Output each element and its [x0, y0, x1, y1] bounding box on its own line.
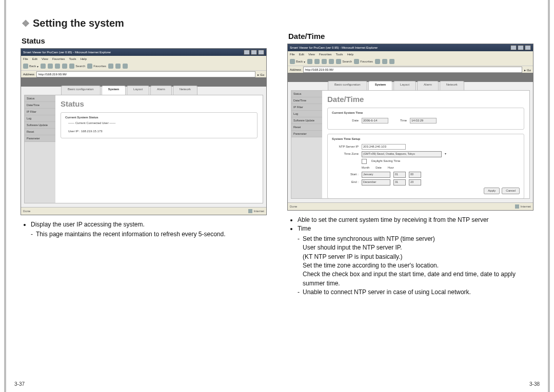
- maximize-icon[interactable]: [518, 45, 524, 50]
- apply-button[interactable]: Apply: [484, 188, 500, 195]
- tab-alarm[interactable]: Alarm: [417, 81, 439, 90]
- sidebar-item-ipfilter[interactable]: IP Filter: [291, 104, 322, 111]
- main-area: Date/Time Current System Time Date 2006-…: [322, 91, 529, 198]
- maximize-icon[interactable]: [251, 50, 257, 55]
- dash-item: Unable to connect NTP server in case of …: [298, 288, 533, 297]
- address-input[interactable]: http://168.219.93.99/: [36, 71, 255, 77]
- forward-icon[interactable]: [307, 59, 312, 64]
- history-icon[interactable]: [108, 64, 113, 69]
- search-button[interactable]: Search: [336, 59, 352, 64]
- subsection-heading-datetime: Date/Time: [288, 32, 533, 40]
- menu-edit[interactable]: Edit: [299, 53, 304, 56]
- favorites-button[interactable]: Favorites: [354, 59, 373, 64]
- back-button[interactable]: Back ▾: [290, 59, 305, 64]
- star-icon: [87, 64, 92, 69]
- window-titlebar: Smart Viewer for ProCam (ver 0.95) - Mic…: [288, 44, 533, 51]
- sidebar-item-datetime[interactable]: Date/Time: [25, 102, 55, 109]
- menu-help[interactable]: Help: [81, 57, 87, 60]
- history-icon[interactable]: [375, 59, 380, 64]
- menu-view[interactable]: View: [308, 53, 315, 56]
- sidebar-item-reset[interactable]: Reset: [291, 124, 322, 131]
- sidebar-item-log[interactable]: Log: [25, 115, 55, 122]
- sidebar-item-status[interactable]: Status: [25, 95, 55, 102]
- close-icon[interactable]: [525, 45, 531, 50]
- ntp-server-input[interactable]: 203.248.240.103: [362, 144, 406, 150]
- description-list-right: Able to set the current system time by r…: [288, 216, 533, 297]
- tab-layout[interactable]: Layout: [393, 81, 416, 90]
- browser-statusbar: Done Internet: [21, 207, 266, 215]
- browser-toolbar: Back ▾ Search Favorites: [288, 57, 533, 66]
- menu-bar: File Edit View Favorites Tools Help: [21, 56, 266, 62]
- dst-checkbox[interactable]: [362, 159, 367, 164]
- sidebar-item-parameter[interactable]: Parameter: [291, 131, 322, 137]
- tab-layout[interactable]: Layout: [127, 86, 149, 95]
- menu-file[interactable]: File: [23, 57, 28, 60]
- back-icon: [290, 59, 295, 64]
- mail-icon[interactable]: [115, 64, 121, 69]
- menu-favorites[interactable]: Favorites: [52, 57, 65, 60]
- menu-edit[interactable]: Edit: [32, 57, 37, 60]
- dst-column-headers: Month Date Hour: [362, 166, 394, 170]
- bullet-item: Time Set the time synchronous with NTP (…: [298, 224, 533, 297]
- stop-icon[interactable]: [314, 59, 320, 64]
- dst-start-month[interactable]: January: [362, 172, 390, 178]
- go-button[interactable]: ▸ Go: [258, 73, 264, 76]
- sidebar-item-softwareupdate[interactable]: Software Update: [291, 117, 322, 124]
- tab-network[interactable]: Network: [173, 86, 197, 95]
- menu-tools[interactable]: Tools: [69, 57, 76, 60]
- timezone-select[interactable]: (GMT+09) Seoul, Osaka, Sapporo, Tokyo: [362, 151, 442, 157]
- sidebar-item-reset[interactable]: Reset: [25, 129, 55, 135]
- address-input[interactable]: http://168.219.93.99/: [303, 67, 522, 73]
- page-edge-left: [4, 0, 6, 392]
- tab-basic-configuration[interactable]: Basic configuration: [328, 81, 367, 90]
- back-button[interactable]: Back ▾: [23, 64, 38, 69]
- forward-icon[interactable]: [41, 64, 46, 69]
- page-canvas: Basic configuration System Layout Alarm …: [21, 77, 266, 208]
- print-icon[interactable]: [389, 59, 394, 64]
- sidebar-item-ipfilter[interactable]: IP Filter: [25, 109, 55, 115]
- minimize-icon[interactable]: [510, 45, 517, 50]
- search-icon: [336, 59, 341, 64]
- tab-system[interactable]: System: [368, 81, 392, 90]
- refresh-icon[interactable]: [55, 64, 60, 69]
- dst-end-month[interactable]: December: [362, 179, 390, 185]
- tab-basic-configuration[interactable]: Basic configuration: [61, 86, 101, 95]
- tab-system[interactable]: System: [102, 86, 126, 95]
- sidebar-item-softwareupdate[interactable]: Software Update: [25, 122, 55, 129]
- cancel-button[interactable]: Cancel: [502, 188, 520, 195]
- go-button[interactable]: ▸ Go: [524, 68, 531, 72]
- close-icon[interactable]: [258, 50, 264, 55]
- sidebar: Status Date/Time IP Filter Log Software …: [291, 91, 322, 198]
- print-icon[interactable]: [123, 64, 128, 69]
- menu-help[interactable]: Help: [347, 53, 353, 56]
- search-icon: [69, 64, 74, 69]
- tab-alarm[interactable]: Alarm: [150, 86, 172, 95]
- menu-view[interactable]: View: [42, 57, 48, 60]
- dash-item: Set the time synchronous with NTP (time …: [298, 235, 533, 288]
- sidebar-item-log[interactable]: Log: [291, 111, 322, 117]
- sidebar-item-status[interactable]: Status: [291, 91, 322, 97]
- chevron-down-icon[interactable]: ▾: [445, 152, 446, 157]
- dst-start-hour[interactable]: 00: [409, 172, 421, 178]
- time-field: 14:02:29: [410, 118, 437, 123]
- dst-end-label: End :: [335, 180, 359, 185]
- minimize-icon[interactable]: [244, 50, 250, 55]
- menu-tools[interactable]: Tools: [336, 53, 343, 56]
- favorites-button[interactable]: Favorites: [87, 64, 106, 69]
- dst-end-date[interactable]: 31: [393, 179, 406, 185]
- sidebar-item-datetime[interactable]: Date/Time: [291, 97, 322, 104]
- home-icon[interactable]: [62, 64, 67, 69]
- refresh-icon[interactable]: [322, 59, 327, 64]
- tab-network[interactable]: Network: [440, 81, 464, 90]
- menu-file[interactable]: File: [290, 53, 295, 56]
- dst-end-hour[interactable]: 23: [409, 179, 421, 185]
- home-icon[interactable]: [329, 59, 334, 64]
- sidebar-item-parameter[interactable]: Parameter: [25, 135, 55, 142]
- mail-icon[interactable]: [382, 59, 387, 64]
- window-titlebar: Smart Viewer for ProCam (ver 0.95) - Mic…: [21, 49, 266, 56]
- menu-favorites[interactable]: Favorites: [319, 53, 332, 56]
- search-button[interactable]: Search: [69, 64, 85, 69]
- stop-icon[interactable]: [48, 64, 53, 69]
- dst-start-date[interactable]: 01: [393, 172, 406, 178]
- date-field: 2006-6-14: [362, 118, 388, 123]
